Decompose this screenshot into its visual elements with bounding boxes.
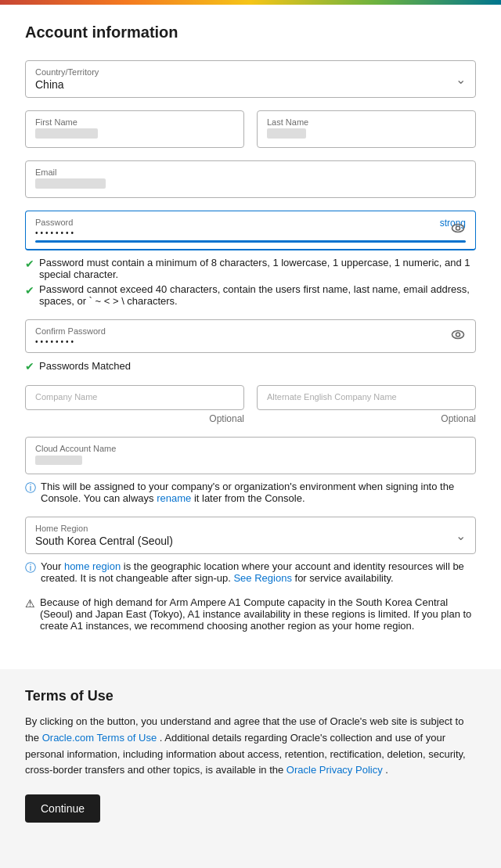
account-info-section: Account information Country/Territory Ch… bbox=[0, 5, 501, 669]
see-regions-link[interactable]: See Regions bbox=[233, 572, 291, 584]
page-title: Account information bbox=[25, 23, 476, 41]
validation-text-2: Password cannot exceed 40 characters, co… bbox=[39, 283, 476, 307]
confirm-password-field-group: Confirm Password •••••••• ✔ Passwords Ma… bbox=[25, 319, 476, 373]
svg-point-0 bbox=[452, 225, 464, 232]
oracle-privacy-link[interactable]: Oracle Privacy Policy bbox=[287, 764, 383, 776]
company-name-field[interactable]: Company Name bbox=[25, 385, 244, 410]
first-name-label: First Name bbox=[35, 117, 234, 127]
terms-section: Terms of Use By clicking on the button, … bbox=[0, 669, 501, 848]
alt-company-name-field[interactable]: Alternate English Company Name bbox=[257, 385, 476, 410]
country-field-group: Country/Territory China ⌄ bbox=[25, 60, 476, 98]
country-value: China bbox=[35, 78, 466, 91]
email-label: Email bbox=[35, 167, 466, 177]
company-name-col: Company Name Optional bbox=[25, 385, 244, 424]
country-dropdown[interactable]: Country/Territory China ⌄ bbox=[25, 60, 476, 98]
rename-link[interactable]: rename bbox=[157, 492, 191, 504]
passwords-matched-text: Passwords Matched bbox=[39, 360, 131, 372]
password-value: •••••••• bbox=[35, 229, 466, 237]
home-region-value: South Korea Central (Seoul) bbox=[35, 535, 466, 547]
validation-text-1: Password must contain a minimum of 8 cha… bbox=[39, 257, 476, 280]
confirm-password-toggle-visibility-icon[interactable] bbox=[450, 326, 466, 346]
oracle-terms-link[interactable]: Oracle.com Terms of Use bbox=[42, 732, 157, 744]
email-field-group: Email bbox=[25, 160, 476, 198]
home-region-field-group: Home Region South Korea Central (Seoul) … bbox=[25, 517, 476, 632]
passwords-matched-indicator: ✔ Passwords Matched bbox=[25, 359, 476, 373]
info-icon-home-region: ⓘ bbox=[25, 561, 36, 575]
password-field-group: Password strong •••••••• ✔ Password must… bbox=[25, 211, 476, 307]
password-field[interactable]: Password strong •••••••• bbox=[25, 211, 476, 250]
company-name-optional: Optional bbox=[25, 413, 244, 424]
check-icon-matched: ✔ bbox=[25, 360, 34, 373]
home-region-chevron-down-icon: ⌄ bbox=[456, 528, 466, 543]
validation-item-2: ✔ Password cannot exceed 40 characters, … bbox=[25, 283, 476, 307]
svg-point-3 bbox=[456, 333, 460, 337]
svg-point-1 bbox=[456, 226, 460, 230]
chevron-down-icon: ⌄ bbox=[456, 72, 466, 87]
cloud-account-label: Cloud Account Name bbox=[35, 444, 466, 453]
confirm-password-value: •••••••• bbox=[35, 337, 466, 346]
check-icon-1: ✔ bbox=[25, 258, 34, 270]
home-region-info-text: Your home region is the geographic locat… bbox=[41, 560, 476, 584]
confirm-password-field[interactable]: Confirm Password •••••••• bbox=[25, 319, 476, 353]
warning-icon: ⚠ bbox=[25, 597, 35, 610]
first-name-value bbox=[35, 128, 98, 139]
password-toggle-visibility-icon[interactable] bbox=[450, 221, 466, 240]
last-name-field[interactable]: Last Name bbox=[257, 110, 476, 148]
cloud-account-value bbox=[35, 456, 82, 465]
password-label: Password bbox=[35, 218, 73, 227]
name-row: First Name Last Name bbox=[25, 110, 476, 148]
validation-item-1: ✔ Password must contain a minimum of 8 c… bbox=[25, 257, 476, 280]
last-name-value bbox=[267, 128, 306, 139]
warning-block: ⚠ Because of high demand for Arm Ampere … bbox=[25, 596, 476, 632]
last-name-label: Last Name bbox=[267, 117, 466, 127]
company-name-row: Company Name Optional Alternate English … bbox=[25, 385, 476, 424]
svg-point-2 bbox=[452, 330, 464, 338]
terms-text: By clicking on the button, you understan… bbox=[25, 714, 476, 779]
continue-button[interactable]: Continue bbox=[25, 794, 100, 823]
alt-company-name-label: Alternate English Company Name bbox=[267, 392, 466, 402]
password-validations: ✔ Password must contain a minimum of 8 c… bbox=[25, 257, 476, 307]
first-name-field[interactable]: First Name bbox=[25, 110, 244, 148]
password-strength-bar bbox=[35, 240, 466, 243]
alt-company-name-col: Alternate English Company Name Optional bbox=[257, 385, 476, 424]
alt-company-name-optional: Optional bbox=[257, 413, 476, 424]
company-name-label: Company Name bbox=[35, 392, 234, 402]
home-region-dropdown[interactable]: Home Region South Korea Central (Seoul) … bbox=[25, 517, 476, 554]
cloud-account-field-group: Cloud Account Name ⓘ This will be assign… bbox=[25, 437, 476, 504]
terms-title: Terms of Use bbox=[25, 688, 476, 704]
email-value bbox=[35, 178, 106, 189]
cloud-account-field[interactable]: Cloud Account Name bbox=[25, 437, 476, 474]
check-icon-2: ✔ bbox=[25, 284, 34, 297]
home-region-info: ⓘ Your home region is the geographic loc… bbox=[25, 560, 476, 584]
cloud-account-info: ⓘ This will be assigned to your company'… bbox=[25, 481, 476, 504]
confirm-password-label: Confirm Password bbox=[35, 326, 466, 336]
info-icon-cloud: ⓘ bbox=[25, 481, 36, 495]
country-label: Country/Territory bbox=[35, 67, 466, 77]
warning-text: Because of high demand for Arm Ampere A1… bbox=[40, 596, 476, 632]
email-field[interactable]: Email bbox=[25, 160, 476, 198]
cloud-account-info-text: This will be assigned to your company's … bbox=[41, 481, 476, 504]
home-region-label: Home Region bbox=[35, 524, 466, 533]
home-region-link[interactable]: home region bbox=[64, 560, 121, 572]
